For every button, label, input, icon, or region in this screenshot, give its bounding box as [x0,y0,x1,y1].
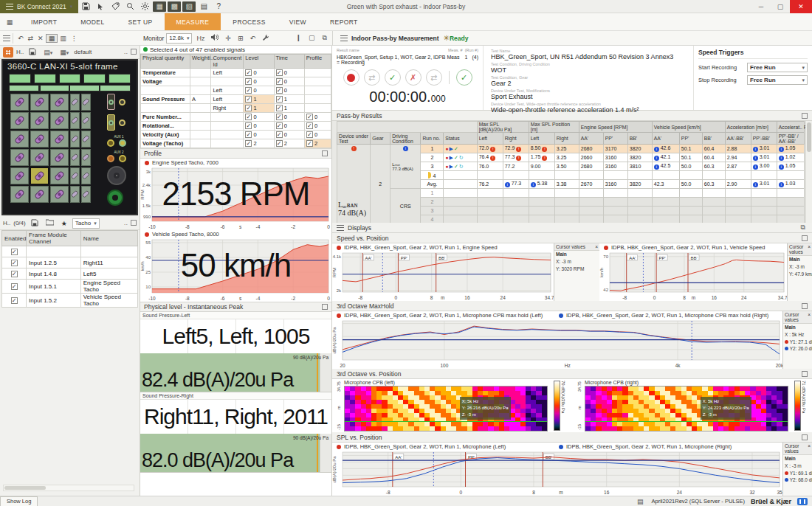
checkbox[interactable]: ✓ [276,87,283,94]
vehicle-speed-tacho-chart[interactable]: Vehicle Speed Tacho, 800055402510-10-8-6… [140,230,331,302]
aux-connector[interactable] [107,155,114,162]
spl-position-chart[interactable]: IDPB, HBK_Green_Sport, Gear 2, WOT, Run … [332,443,782,496]
layout-panels-icon[interactable]: ▧ [182,1,196,12]
undo-icon[interactable]: ↶ [16,35,26,42]
tacho-connector[interactable] [107,114,115,131]
checkbox[interactable]: ✓ [11,271,18,277]
engine-speed-tacho-chart[interactable]: Engine Speed Tacho, 70003k2.4k1.5k990-10… [140,159,331,230]
checkbox[interactable]: ✓ [276,105,283,111]
record-button[interactable] [343,69,359,86]
small-connector[interactable] [70,167,80,184]
close-icon[interactable]: × [808,244,811,254]
maximize-icon[interactable] [131,49,137,55]
aux-connector[interactable] [119,155,126,162]
aux-connector[interactable] [107,139,114,147]
wrench-icon[interactable] [260,34,272,43]
minimize-button[interactable]: ─ [751,0,771,13]
checkbox[interactable]: ✓ [245,78,252,85]
tab-indoor-passby[interactable]: Indoor Pass-by Measurement [336,35,444,42]
input-connector[interactable] [50,149,69,166]
engine-speed-position-chart[interactable]: IDPB, HBK_Green_Sport, Gear 2, WOT, Run … [332,243,554,301]
table-view-icon[interactable]: ▦ [46,34,58,43]
checkbox[interactable]: ✓ [245,69,252,76]
small-connector[interactable] [81,149,91,166]
checkbox[interactable]: ✓ [245,114,252,120]
cursor-values-panel[interactable]: Cursor values×MainX: -3 mY: 47.9 km/h [787,243,812,301]
input-connector[interactable] [10,149,29,166]
maximize-icon[interactable] [802,303,808,309]
signal-row[interactable]: Sound PressureALeft✓ 1✓ 1 [141,95,331,104]
maximize-icon[interactable] [131,220,137,226]
small-connector[interactable] [81,131,91,148]
folder-icon[interactable] [44,219,56,227]
accept-run-button[interactable]: ✓ [385,69,401,86]
panel-menu-icon[interactable] [3,35,10,41]
checkbox[interactable]: ✓ [11,260,18,266]
tacho-connector[interactable] [107,94,115,110]
trigger-combo[interactable]: Free Run▾ [747,75,808,85]
maximize-button[interactable]: ▢ [771,0,790,13]
cursor-tool-icon[interactable] [94,1,107,12]
signal-row[interactable]: Pure Number...✓ 0✓ 0✓ 0 [141,113,331,122]
spectrogram[interactable]: Microphone CPB (left)-15m34.75X: 5k HzY:… [334,380,548,432]
result-row[interactable]: CRS1 [337,189,805,198]
maximize-icon[interactable] [802,371,808,377]
small-connector[interactable] [81,186,91,203]
input-connector[interactable] [10,167,29,184]
checkbox[interactable]: ✓ [245,131,252,138]
cursor-values-panel[interactable]: Cursor values×MainX: -3 mY: 3020 RPM [554,243,599,301]
small-connector[interactable] [70,149,80,166]
small-connector[interactable] [81,94,91,111]
ribbon-tab-model[interactable]: MODEL [69,13,116,30]
rerun-button[interactable]: ⇄ [364,69,380,86]
device-list-icon[interactable]: ▤▾ [41,49,55,56]
trigger-combo[interactable]: Free Run▾ [747,63,808,72]
result-row[interactable]: !Lᵤᵣʙᴀɴ74 dB(A)2iLₘₒₜ77.3 dB(A)1●▶✓72.0 … [337,145,805,153]
signal-row[interactable]: Left✓ 0✓ 0 [141,86,331,95]
ribbon-tab-set-up[interactable]: SET UP [117,13,165,30]
small-connector[interactable] [70,94,80,111]
small-connector[interactable] [70,112,80,129]
close-icon[interactable]: × [595,244,598,249]
spectrogram[interactable]: Microphone CPB (right)-15m34.75X: 5k HzY… [574,380,788,432]
checkbox[interactable]: ✓ [306,131,313,138]
favorite-icon[interactable]: ★ [59,220,69,227]
checkbox[interactable]: ✓ [245,140,252,147]
more-icon[interactable]: ⋮ [69,35,80,42]
close-button[interactable]: ✕ [790,0,812,13]
ribbon-tab-report[interactable]: REPORT [318,13,370,30]
checkbox[interactable]: ✓ [276,78,283,85]
signal-row[interactable]: Rotational...✓ 0✓ 0✓ 0 [141,122,331,131]
signal-row[interactable]: TemperatureLeft✓ 0✓ 0 [141,69,331,77]
checkbox[interactable]: ✓ [306,140,313,147]
channel-row[interactable]: ✓Input 1.2.5Right11 [2,257,138,268]
maximize-icon[interactable] [322,304,328,310]
checkbox[interactable]: ✓ [245,96,252,103]
checkbox[interactable]: ✓ [276,122,283,129]
input-connector[interactable] [50,112,69,129]
tag-icon[interactable] [109,1,122,12]
checkbox[interactable]: ✓ [245,87,252,94]
checkbox[interactable]: ✓ [276,114,283,120]
move-icon[interactable]: ✛ [223,35,233,42]
complete-button[interactable]: ✓ [456,69,472,86]
swap-icon[interactable]: ⇄ [26,35,36,42]
lanxi-frame-front-panel[interactable]: 3660-C LAN-XI 5-slot frame AUX 1AUX 2 [1,59,138,215]
input-connector[interactable] [30,186,49,203]
input-connector[interactable] [30,167,49,184]
checkbox[interactable]: ✓ [11,283,18,290]
show-log-button[interactable]: Show Log [0,496,38,506]
input-connector[interactable] [10,186,29,203]
preset-name[interactable]: default [74,49,92,55]
signal-row[interactable]: Voltage✓ 0✓ 0 [141,77,331,86]
clear-icon[interactable]: ✕ [35,35,46,42]
channel-row[interactable]: ✓Input 1.4.8Left5 [2,268,138,280]
vehicle-speed-position-chart[interactable]: IDPB, HBK_Green_Sport, Gear 2, WOT, Run … [599,243,787,301]
save-setup-icon[interactable] [27,48,38,57]
input-connector[interactable] [30,149,49,166]
signal-row[interactable]: Right✓ 1✓ 1 [141,104,331,113]
horizontal-scrollbar[interactable] [3,485,134,491]
sample-rate-combo[interactable]: 12.8k▾ [166,33,192,44]
input-connector[interactable] [50,186,69,203]
passby-results-table[interactable]: Max SPL [dB(A)/20u Pa]Max SPL Position [… [337,121,805,223]
